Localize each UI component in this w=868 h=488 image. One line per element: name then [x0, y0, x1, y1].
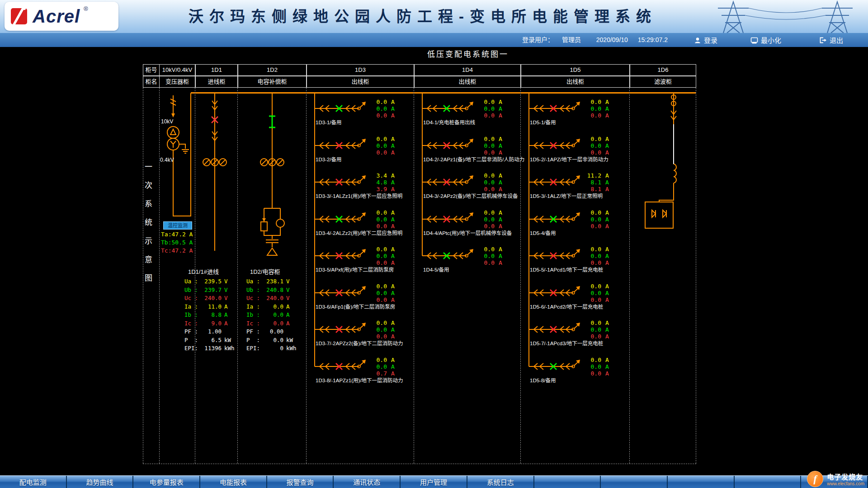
phase-current-value: 0.0 — [582, 326, 601, 333]
feeder-phase-currents: 0.0A0.0A0.0A — [582, 319, 618, 340]
phase-current-value: 0.0 — [368, 246, 387, 253]
column-dashed-separator — [143, 88, 143, 464]
feeder-breaker-symbol[interactable] — [529, 319, 582, 339]
capacitor-switch-open[interactable] — [269, 116, 275, 127]
feeder-breaker-symbol[interactable] — [422, 136, 476, 155]
phase-current-unit: A — [499, 259, 502, 266]
feeder-breaker-symbol[interactable] — [422, 246, 476, 266]
feeder-breaker-symbol[interactable] — [529, 209, 582, 229]
feeder-breaker-symbol[interactable] — [315, 246, 368, 266]
feeder-breaker-symbol[interactable] — [529, 246, 582, 266]
feeder-1D4-5[interactable]: 0.0A0.0A0.0A1D4-5/备用 — [422, 246, 521, 281]
nav-comm-status[interactable]: 通讯状态 — [334, 476, 401, 488]
meter-label: Ua : — [184, 277, 201, 286]
feeder-breaker-symbol[interactable] — [529, 136, 582, 155]
feeder-breaker-symbol[interactable] — [315, 357, 368, 376]
phase-current-value: 3.4 — [368, 172, 387, 179]
cabinet-name-1D6: 滤波柜 — [630, 76, 696, 88]
nav-trend-curves[interactable]: 趋势曲线 — [67, 476, 134, 488]
phase-current-unit: A — [499, 246, 502, 253]
phase-current-value: 0.0 — [582, 357, 601, 363]
nav-user-mgmt[interactable]: 用户管理 — [401, 476, 467, 488]
meter-unit: V — [286, 277, 290, 286]
feeder-breaker-symbol[interactable] — [422, 209, 476, 229]
meter-row: Ua :239.5V — [184, 277, 244, 286]
feeder-breaker-symbol[interactable] — [422, 99, 476, 118]
feeder-breaker-symbol[interactable] — [315, 99, 368, 118]
phase-current-unit: A — [605, 357, 609, 363]
meter-panel-1: 1D1/1#进线Ua :239.5VUb :239.7VUc :240.0VIa… — [184, 267, 244, 353]
feeder-1D3-4[interactable]: 0.0A0.0A0.0A1D3-4/-2ALZz2(用)/地下二层应急照明 — [315, 209, 413, 244]
minimize-button[interactable]: 最小化 — [750, 33, 781, 47]
feeder-1D3-5[interactable]: 0.0A0.0A0.0A1D3-5/APxf(用)/地下二层消防泵房 — [315, 246, 413, 281]
login-button[interactable]: 登录 — [694, 33, 717, 47]
feeder-breaker-symbol[interactable] — [315, 209, 368, 229]
feeder-1D3-3[interactable]: 3.4A4.8A3.9A1D3-3/-1ALZz1(用)/地下一层应急照明 — [315, 172, 413, 207]
phase-current-value: 0.0 — [368, 290, 387, 296]
feeder-phase-currents: 0.0A0.0A0.0A — [582, 99, 618, 119]
feeder-breaker-symbol[interactable] — [315, 172, 368, 192]
feeder-breaker-symbol[interactable] — [315, 136, 368, 155]
feeder-1D4-4[interactable]: 0.0A0.0A0.0A1D4-4/APtc(用)/地下一层机械停车设备 — [422, 209, 521, 244]
meter-label: Ia : — [246, 303, 263, 311]
meter-value: 1.00 — [201, 328, 222, 336]
phase-current-value: 0.0 — [582, 253, 601, 259]
exit-button[interactable]: 退出 — [819, 33, 843, 47]
feeder-1D5-8[interactable]: 0.0A0.0A0.0A1D5-8/备用 — [529, 357, 627, 392]
nav-energy-report[interactable]: 电能报表 — [200, 476, 267, 488]
phase-current-value: 0.0 — [582, 216, 601, 223]
feeder-1D5-1[interactable]: 0.0A0.0A0.0A1D5-1/备用 — [529, 99, 627, 134]
feeder-1D3-7[interactable]: 0.0A0.0A0.0A1D3-7/-2APZz2(备)/地下二层消防动力 — [315, 319, 413, 355]
feeder-1D5-4[interactable]: 0.0A0.0A0.0A1D5-4/备用 — [529, 209, 627, 244]
feeder-1D4-2[interactable]: 0.0A0.0A0.0A1D4-2/-2APz1(备)/地下二层非消防/人防动力 — [422, 136, 521, 171]
cabinet-name-1D3: 出线柜 — [307, 76, 414, 88]
transformer-currents: Ta:47.2 ATb:50.5 ATc:47.2 A — [161, 230, 193, 255]
meter-value: 240.8 — [263, 286, 283, 295]
current-time: 15:29:07.2 — [638, 36, 668, 43]
phase-current-value: 0.0 — [582, 290, 601, 296]
login-info: 登录用户： 管理员 2020/09/10 15:29:07.2 — [522, 33, 674, 47]
transformer-monitor-button[interactable]: 温控监测 — [163, 221, 192, 230]
feeder-1D5-3[interactable]: 11.2A8.1A8.1A1D5-3/-1ALZ/地下一层正常照明 — [529, 172, 627, 207]
feeder-1D3-2[interactable]: 0.0A0.0A0.0A1D3-2/备用 — [315, 136, 413, 171]
meter-label: P : — [184, 336, 201, 345]
cabinet-no-1D1: 1D1 — [195, 64, 238, 76]
meter-row: Ub :239.7V — [184, 286, 244, 295]
feeder-1D3-1[interactable]: 0.0A0.0A0.0A1D3-1/备用 — [315, 99, 413, 134]
phase-current-value: 0.0 — [476, 172, 495, 179]
user-icon — [694, 37, 701, 44]
feeder-1D4-1[interactable]: 0.0A0.0A0.0A1D4-1/充电桩备用出线 — [422, 99, 521, 134]
meter-label: Ua : — [246, 277, 263, 286]
feeder-breaker-symbol[interactable] — [422, 172, 476, 192]
feeder-breaker-symbol[interactable] — [529, 283, 582, 303]
nav-system-log[interactable]: 系统日志 — [467, 476, 534, 488]
feeder-breaker-symbol[interactable] — [529, 172, 582, 192]
nav-distribution-monitor[interactable]: 配电监测 — [0, 476, 67, 488]
phase-current-value: 0.0 — [476, 223, 495, 230]
feeder-1D3-6[interactable]: 0.0A0.0A0.0A1D3-6/AFp1(备)/地下二层消防泵房 — [315, 283, 413, 318]
feeder-label: 1D4-5/备用 — [423, 266, 449, 273]
feeder-1D5-6[interactable]: 0.0A0.0A0.0A1D5-6/-1APcd2/地下一层充电桩 — [529, 283, 627, 318]
meter-unit: kWh — [286, 344, 297, 353]
feeder-breaker-symbol[interactable] — [315, 319, 368, 339]
feeder-breaker-symbol[interactable] — [529, 357, 582, 376]
nav-empty-cell — [735, 476, 802, 488]
sub-header: 登录用户： 管理员 2020/09/10 15:29:07.2 登录 最小化 退… — [0, 33, 868, 47]
meter-row: Ia :11.0A — [184, 303, 244, 311]
feeder-1D5-5[interactable]: 0.0A0.0A0.0A1D5-5/-1APcd1/地下一层充电桩 — [529, 246, 627, 281]
meter-value: 240.0 — [263, 294, 283, 303]
nav-alarm-query[interactable]: 报警查询 — [267, 476, 334, 488]
feeder-1D3-8[interactable]: 0.0A0.0A0.7A1D3-8/-1APZz1(用)/地下一层消防动力 — [315, 357, 413, 392]
meter-label: Ib : — [246, 311, 263, 319]
nav-param-report[interactable]: 电参量报表 — [133, 476, 200, 488]
feeder-breaker-symbol[interactable] — [315, 283, 368, 303]
feeder-phase-currents: 0.0A0.0A0.0A — [368, 99, 404, 119]
feeder-1D4-3[interactable]: 0.0A0.0A0.0A1D4-3/-2APz2(备)/地下二层机械停车设备 — [422, 172, 521, 207]
feeder-label: 1D4-2/-2APz1(备)/地下二层非消防/人防动力 — [423, 155, 524, 163]
feeder-1D5-2[interactable]: 0.0A0.0A0.0A1D5-2/-1APZ/地下一层非消防动力 — [529, 136, 627, 171]
feeder-breaker-symbol[interactable] — [529, 99, 582, 118]
phase-current-unit: A — [391, 283, 395, 290]
phase-current-unit: A — [499, 149, 502, 156]
meter-value: 0.0 — [263, 336, 283, 345]
feeder-1D5-7[interactable]: 0.0A0.0A0.0A1D5-7/-1APcd3/地下一层充电桩 — [529, 319, 627, 355]
